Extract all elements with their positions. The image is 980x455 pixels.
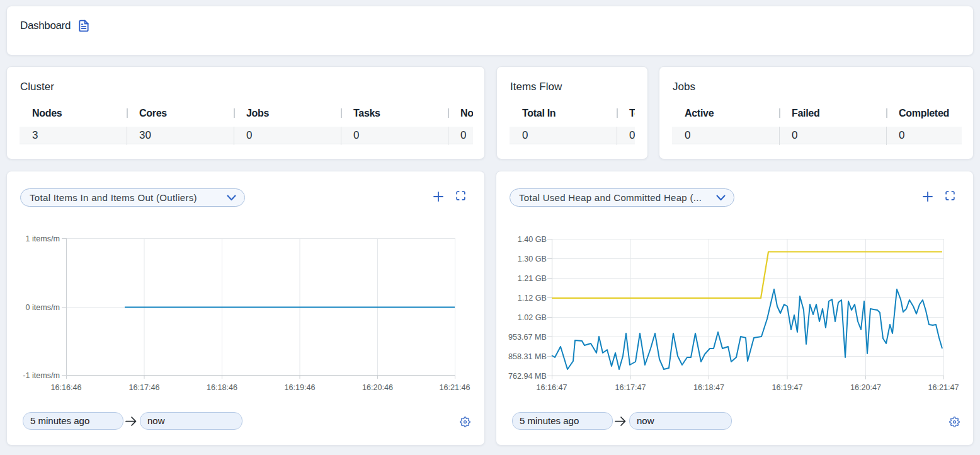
svg-text:0 items/m: 0 items/m [25,303,60,312]
svg-text:16:16:46: 16:16:46 [50,383,81,392]
svg-text:1.40 GB: 1.40 GB [518,235,547,244]
svg-text:16:19:47: 16:19:47 [772,383,802,392]
svg-text:1 items/m: 1 items/m [25,234,60,243]
svg-text:16:17:47: 16:17:47 [615,383,646,392]
svg-text:16:17:46: 16:17:46 [128,383,159,392]
svg-text:16:20:47: 16:20:47 [850,383,881,392]
svg-text:16:16:47: 16:16:47 [536,383,567,392]
svg-text:1.12 GB: 1.12 GB [518,294,547,302]
svg-text:16:21:47: 16:21:47 [928,383,959,392]
svg-text:16:19:46: 16:19:46 [284,383,315,392]
svg-text:1.02 GB: 1.02 GB [518,313,547,322]
svg-text:1.30 GB: 1.30 GB [518,255,547,263]
svg-text:953.67 MB: 953.67 MB [508,333,547,342]
svg-text:16:21:46: 16:21:46 [439,383,470,392]
svg-text:-1 items/m: -1 items/m [23,371,60,380]
svg-text:1.21 GB: 1.21 GB [518,274,547,283]
svg-text:16:18:46: 16:18:46 [207,383,237,392]
svg-text:762.94 MB: 762.94 MB [508,372,547,381]
svg-text:16:20:46: 16:20:46 [362,383,393,392]
svg-text:16:18:47: 16:18:47 [693,383,724,392]
svg-text:858.31 MB: 858.31 MB [508,352,547,361]
